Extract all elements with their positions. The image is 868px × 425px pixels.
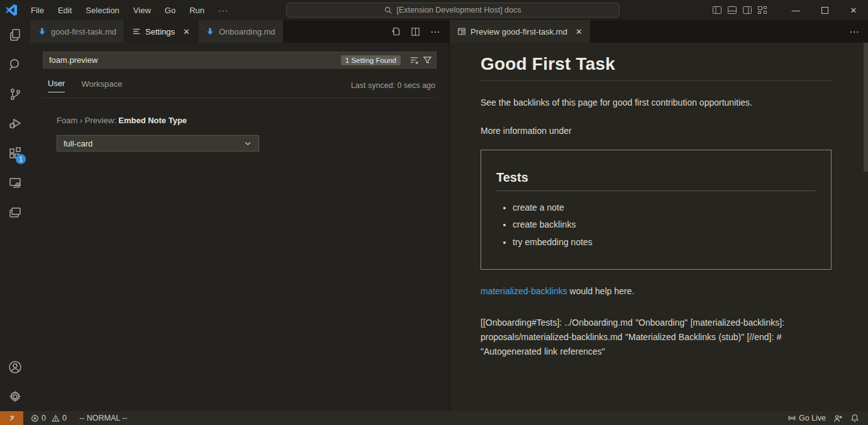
menu-view[interactable]: View [128, 4, 157, 17]
tab-label: Preview good-first-task.md [470, 27, 567, 36]
menu-overflow-button[interactable]: ··· [213, 4, 234, 17]
windows-icon[interactable] [0, 197, 30, 227]
settings-scope-tabs: User Workspace Last synced: 0 secs ago [43, 79, 437, 98]
customize-layout-icon[interactable] [757, 5, 767, 15]
maximize-button[interactable] [810, 0, 839, 20]
title-divider [481, 80, 832, 81]
error-count: 0 [42, 414, 46, 422]
warning-count: 0 [62, 414, 67, 422]
go-live-label: Go Live [799, 414, 826, 422]
toggle-secondary-sidebar-icon[interactable] [742, 5, 752, 15]
card-heading: Tests [496, 170, 816, 185]
tab-label: Settings [145, 27, 175, 36]
menu-bar: File Edit Selection View Go Run ··· [25, 4, 234, 17]
remote-explorer-icon[interactable] [0, 168, 30, 197]
tab-preview-good-first-task[interactable]: Preview good-first-task.md ✕ [450, 20, 591, 43]
editor-group-left: good-first-task.md Settings ✕ Onboarding… [30, 20, 450, 411]
preview-scrollbar[interactable] [864, 43, 868, 172]
tab-onboarding[interactable]: Onboarding.md [198, 20, 284, 43]
notifications-bell[interactable] [847, 414, 863, 422]
setting-category: Foam › Preview: [57, 116, 118, 125]
vim-mode-indicator[interactable]: -- NORMAL -- [75, 414, 131, 422]
list-item: try embedding notes [513, 236, 816, 248]
broadcast-icon [787, 414, 796, 422]
explorer-icon[interactable] [0, 20, 30, 50]
clear-filters-icon[interactable] [409, 55, 419, 65]
list-item: create a note [513, 201, 816, 214]
scope-tab-workspace[interactable]: Workspace [81, 79, 122, 92]
manage-gear-icon[interactable] [0, 382, 30, 411]
settings-found-badge: 1 Setting Found [341, 55, 401, 65]
activity-bar: 1 [0, 20, 30, 411]
menu-run[interactable]: Run [184, 4, 210, 17]
extensions-badge: 1 [16, 154, 26, 164]
preview-title: Good First Task [481, 54, 832, 74]
error-icon [31, 414, 39, 422]
link-suffix-text: would help here. [567, 286, 635, 296]
materialized-backlinks-link[interactable]: materialized-backlinks [481, 286, 567, 296]
card-task-list: create a note create backlinks try embed… [513, 201, 816, 248]
more-actions-icon[interactable]: ⋯ [430, 26, 440, 38]
warning-icon [52, 414, 60, 422]
settings-search-value: foam.preview [49, 55, 341, 65]
person-feedback-icon [833, 414, 843, 423]
vim-mode-label: -- NORMAL -- [79, 414, 128, 422]
feedback-button[interactable] [830, 414, 847, 423]
card-heading-divider [496, 190, 816, 191]
tab-close-icon[interactable]: ✕ [576, 27, 582, 36]
minimize-button[interactable]: — [781, 0, 810, 20]
tab-label: good-first-task.md [51, 27, 116, 36]
toggle-primary-sidebar-icon[interactable] [712, 5, 722, 15]
run-debug-icon[interactable] [0, 109, 30, 138]
menu-go[interactable]: Go [159, 4, 181, 17]
settings-editor-icon [132, 27, 141, 36]
search-icon [384, 6, 392, 14]
remote-indicator[interactable] [0, 411, 23, 425]
extensions-icon[interactable]: 1 [0, 138, 30, 168]
tab-close-icon[interactable]: ✕ [183, 27, 190, 36]
filter-funnel-icon[interactable] [423, 55, 432, 65]
problems-indicator[interactable]: 0 0 [27, 414, 70, 422]
open-settings-json-icon[interactable] [391, 26, 401, 36]
command-center-search[interactable]: [Extension Development Host] docs [286, 3, 620, 18]
tab-label: Onboarding.md [219, 27, 275, 36]
vscode-logo-icon [5, 4, 18, 16]
embed-note-type-dropdown[interactable]: full-card [57, 135, 259, 152]
menu-file[interactable]: File [25, 4, 50, 17]
tab-settings[interactable]: Settings ✕ [125, 20, 198, 43]
link-references-paragraph: [[Onboarding#Tests]: ../Onboarding.md "O… [481, 316, 832, 359]
tabbar-right: Preview good-first-task.md ✕ ⋯ [450, 20, 868, 43]
status-bar: 0 0 -- NORMAL -- Go Live [0, 411, 868, 425]
settings-search-input[interactable]: foam.preview 1 Setting Found [43, 52, 437, 69]
setting-item-embed-note-type: Foam › Preview: Embed Note Type full-car… [57, 116, 437, 152]
toggle-panel-icon[interactable] [727, 5, 737, 15]
split-editor-icon[interactable] [411, 27, 420, 36]
markdown-preview: Good First Task See the backlinks of thi… [450, 43, 868, 411]
tab-good-first-task[interactable]: good-first-task.md [30, 20, 125, 43]
source-control-icon[interactable] [0, 79, 30, 109]
preview-paragraph-2: More information under [481, 124, 832, 138]
backlinks-paragraph: materialized-backlinks would help here. [481, 285, 832, 298]
scope-tab-user[interactable]: User [48, 79, 65, 92]
remote-icon [8, 414, 16, 422]
more-actions-icon[interactable]: ⋯ [849, 26, 859, 38]
dropdown-value: full-card [64, 139, 243, 148]
chevron-down-icon [243, 139, 252, 148]
embedded-note-card: Tests create a note create backlinks try… [481, 150, 832, 270]
editor-group-right: Preview good-first-task.md ✕ ⋯ Good Firs… [450, 20, 868, 411]
menu-edit[interactable]: Edit [52, 4, 77, 17]
tabbar-left: good-first-task.md Settings ✕ Onboarding… [30, 20, 449, 43]
menu-selection[interactable]: Selection [80, 4, 125, 17]
list-item: create backlinks [513, 218, 816, 231]
close-window-button[interactable]: ✕ [839, 0, 868, 20]
settings-editor: foam.preview 1 Setting Found User Worksp… [30, 43, 449, 411]
preview-paragraph-1: See the backlinks of this page for good … [481, 96, 832, 109]
go-live-button[interactable]: Go Live [784, 414, 830, 422]
search-view-icon[interactable] [0, 50, 30, 79]
markdown-file-icon [38, 27, 47, 36]
title-bar: File Edit Selection View Go Run ··· ← → … [0, 0, 868, 20]
account-icon[interactable] [0, 352, 30, 382]
bell-icon [850, 414, 859, 422]
command-center-label: [Extension Development Host] docs [396, 6, 521, 14]
last-synced-label: Last synced: 0 secs ago [351, 81, 435, 90]
